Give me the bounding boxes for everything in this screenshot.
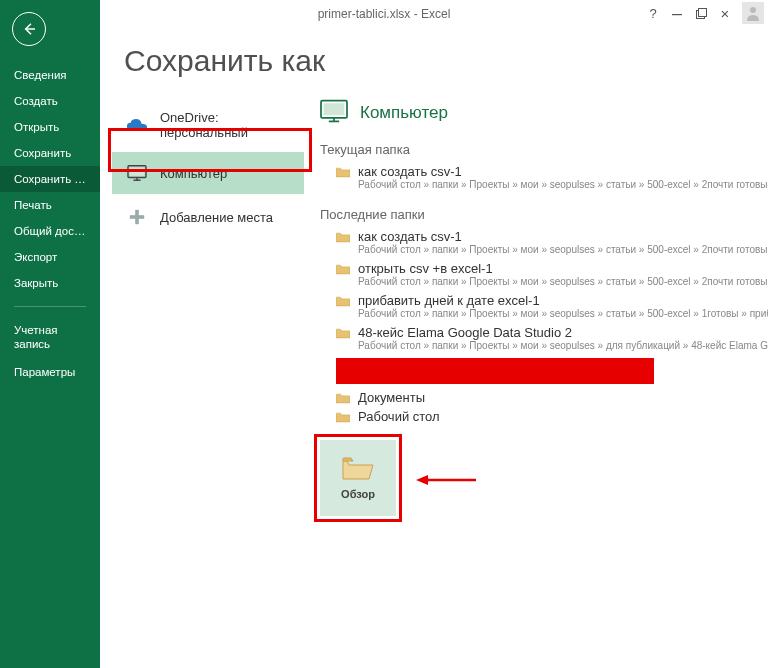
folder-path: Рабочий стол » папки » Проекты » мои » s…	[336, 276, 768, 287]
backstage-content: Сохранить как OneDrive: персональный Ком…	[100, 0, 768, 668]
documents-folder[interactable]: Документы	[318, 388, 768, 407]
sidebar-item-info[interactable]: Сведения	[0, 62, 100, 88]
page-title: Сохранить как	[100, 34, 768, 98]
desktop-folder[interactable]: Рабочий стол	[318, 407, 768, 426]
svg-rect-9	[130, 215, 144, 219]
location-computer[interactable]: Компьютер	[112, 152, 304, 194]
sidebar-separator	[14, 306, 86, 307]
current-folder-label: Текущая папка	[320, 142, 768, 157]
current-folder[interactable]: как создать csv-1 Рабочий стол » папки »…	[318, 161, 768, 193]
location-label: Компьютер	[160, 166, 227, 181]
sidebar-item-account[interactable]: Учетная запись	[0, 317, 100, 359]
sidebar-item-export[interactable]: Экспорт	[0, 244, 100, 270]
user-avatar[interactable]	[742, 2, 764, 24]
folder-name: Рабочий стол	[358, 409, 440, 424]
browse-button[interactable]: Обзор	[320, 440, 396, 516]
recent-folder[interactable]: прибавить дней к дате excel-1 Рабочий ст…	[318, 290, 768, 322]
redacted-annotation	[336, 358, 654, 384]
folder-icon	[336, 166, 350, 177]
details-title: Компьютер	[360, 103, 448, 123]
folder-name: как создать csv-1	[358, 164, 462, 179]
recent-folders-label: Последние папки	[320, 207, 768, 222]
location-details: Компьютер Текущая папка как создать csv-…	[308, 98, 768, 668]
folder-icon	[336, 263, 350, 274]
location-addplace[interactable]: Добавление места	[112, 196, 304, 238]
folder-icon	[336, 327, 350, 338]
plus-icon	[126, 206, 148, 228]
folder-path: Рабочий стол » папки » Проекты » мои » s…	[336, 340, 768, 351]
minimize-button[interactable]: –	[666, 3, 688, 23]
location-label: OneDrive: персональный	[160, 110, 290, 140]
computer-icon	[126, 162, 148, 184]
sidebar-item-save[interactable]: Сохранить	[0, 140, 100, 166]
folder-path: Рабочий стол » папки » Проекты » мои » s…	[336, 308, 768, 319]
svg-rect-5	[130, 168, 144, 176]
sidebar-item-share[interactable]: Общий доступ	[0, 218, 100, 244]
close-button[interactable]: ×	[714, 3, 736, 23]
cloud-icon	[126, 114, 148, 136]
arrow-annotation	[416, 472, 476, 488]
browse-label: Обзор	[341, 488, 375, 500]
folder-name: Документы	[358, 390, 425, 405]
restore-button[interactable]	[690, 3, 712, 23]
svg-point-2	[750, 7, 756, 13]
folder-icon	[336, 411, 350, 422]
sidebar-item-close[interactable]: Закрыть	[0, 270, 100, 296]
recent-folder[interactable]: открыть csv +в excel-1 Рабочий стол » па…	[318, 258, 768, 290]
sidebar-item-options[interactable]: Параметры	[0, 359, 100, 385]
sidebar-item-new[interactable]: Создать	[0, 88, 100, 114]
folder-name: 48-кейс Elama Google Data Studio 2	[358, 325, 572, 340]
folder-name: открыть csv +в excel-1	[358, 261, 493, 276]
svg-marker-15	[416, 475, 428, 485]
svg-rect-11	[324, 103, 345, 115]
sidebar-item-print[interactable]: Печать	[0, 192, 100, 218]
title-bar: primer-tablici.xlsx - Excel ? – ×	[0, 0, 768, 28]
recent-folder[interactable]: как создать csv-1 Рабочий стол » папки »…	[318, 226, 768, 258]
locations-list: OneDrive: персональный Компьютер Добавле…	[100, 98, 308, 668]
recent-folder[interactable]: 48-кейс Elama Google Data Studio 2 Рабоч…	[318, 322, 768, 354]
backstage-sidebar: Сведения Создать Открыть Сохранить Сохра…	[0, 0, 100, 668]
folder-open-icon	[341, 456, 375, 482]
folder-path: Рабочий стол » папки » Проекты » мои » s…	[336, 179, 768, 190]
folder-path: Рабочий стол » папки » Проекты » мои » s…	[336, 244, 768, 255]
folder-name: как создать csv-1	[358, 229, 462, 244]
sidebar-item-open[interactable]: Открыть	[0, 114, 100, 140]
document-title: primer-tablici.xlsx - Excel	[318, 7, 451, 21]
folder-icon	[336, 231, 350, 242]
help-button[interactable]: ?	[642, 3, 664, 23]
location-onedrive[interactable]: OneDrive: персональный	[112, 100, 304, 150]
svg-rect-1	[698, 8, 706, 16]
sidebar-item-saveas[interactable]: Сохранить как	[0, 166, 100, 192]
folder-icon	[336, 295, 350, 306]
folder-icon	[336, 392, 350, 403]
computer-icon	[318, 98, 350, 128]
back-button[interactable]	[12, 12, 46, 46]
folder-name: прибавить дней к дате excel-1	[358, 293, 540, 308]
location-label: Добавление места	[160, 210, 273, 225]
